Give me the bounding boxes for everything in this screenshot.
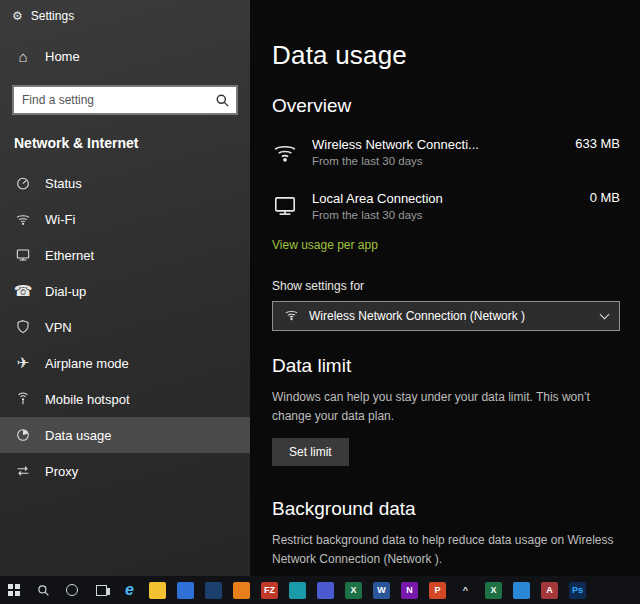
wifi-icon bbox=[284, 307, 299, 326]
overview-heading: Overview bbox=[272, 95, 620, 117]
app-indigo-icon[interactable] bbox=[317, 582, 334, 599]
background-data-description: Restrict background data to help reduce … bbox=[272, 531, 620, 568]
sidebar-section-title: Network & Internet bbox=[0, 119, 250, 161]
page-title: Data usage bbox=[272, 40, 620, 71]
cortana-icon[interactable] bbox=[63, 581, 81, 599]
connection-usage: 0 MB bbox=[590, 187, 620, 205]
sidebar-item-label: Dial-up bbox=[45, 284, 86, 299]
sidebar-nav: Status Wi-Fi Ethernet ☎ Dial-up bbox=[0, 165, 250, 489]
app-title: Settings bbox=[31, 9, 74, 23]
connection-period: From the last 30 days bbox=[312, 155, 479, 167]
set-limit-button[interactable]: Set limit bbox=[272, 438, 349, 466]
taskbar-apps: eFZXWNP^XAPs bbox=[121, 582, 586, 599]
settings-window: ⚙ Settings ⌂ Home Network & Internet bbox=[0, 0, 640, 576]
sidebar-item-dialup[interactable]: ☎ Dial-up bbox=[0, 273, 250, 309]
sidebar-item-label: Wi-Fi bbox=[45, 212, 75, 227]
sidebar-item-label: Status bbox=[45, 176, 82, 191]
dropdown-value: Wireless Network Connection (Network ) bbox=[309, 309, 591, 323]
sidebar-item-label: Data usage bbox=[45, 428, 112, 443]
home-icon: ⌂ bbox=[14, 48, 32, 65]
chevron-down-icon bbox=[600, 309, 610, 319]
sidebar-item-label: Home bbox=[45, 49, 80, 64]
sidebar-item-airplane-mode[interactable]: ✈ Airplane mode bbox=[0, 345, 250, 381]
wifi-icon bbox=[272, 139, 298, 165]
data-limit-heading: Data limit bbox=[272, 355, 620, 377]
store-icon[interactable] bbox=[177, 582, 194, 599]
excel-icon[interactable]: X bbox=[345, 582, 362, 599]
sidebar-item-status[interactable]: Status bbox=[0, 165, 250, 201]
sidebar-item-label: Ethernet bbox=[45, 248, 94, 263]
tray-app-green-icon[interactable]: X bbox=[485, 582, 502, 599]
connection-name: Wireless Network Connecti... bbox=[312, 137, 479, 152]
connection-usage: 633 MB bbox=[575, 133, 620, 151]
dialup-icon: ☎ bbox=[14, 282, 32, 300]
edge-icon[interactable]: e bbox=[121, 582, 138, 599]
ethernet-icon bbox=[272, 193, 298, 219]
sidebar-item-vpn[interactable]: VPN bbox=[0, 309, 250, 345]
start-button[interactable] bbox=[5, 581, 23, 599]
task-view-icon[interactable] bbox=[92, 581, 110, 599]
sidebar-item-label: Mobile hotspot bbox=[45, 392, 130, 407]
onenote-icon[interactable]: N bbox=[401, 582, 418, 599]
view-usage-per-app-link[interactable]: View usage per app bbox=[272, 238, 378, 252]
tray-chevron-icon[interactable]: ^ bbox=[457, 582, 474, 599]
content-pane: Data usage Overview Wireless Network Con… bbox=[250, 0, 640, 576]
taskbar-search-icon[interactable] bbox=[34, 581, 52, 599]
search-input[interactable] bbox=[14, 87, 208, 113]
photos-icon[interactable] bbox=[205, 582, 222, 599]
sidebar-item-data-usage[interactable]: Data usage bbox=[0, 417, 250, 453]
search-box bbox=[12, 85, 238, 115]
sidebar-item-mobile-hotspot[interactable]: Mobile hotspot bbox=[0, 381, 250, 417]
screen: ⚙ Settings ⌂ Home Network & Internet bbox=[0, 0, 640, 604]
connection-row-lan: Local Area Connection From the last 30 d… bbox=[272, 187, 620, 225]
wifi-icon bbox=[14, 211, 32, 227]
connection-row-wireless: Wireless Network Connecti... From the la… bbox=[272, 133, 620, 171]
ethernet-icon bbox=[14, 247, 32, 263]
hotspot-icon bbox=[14, 391, 32, 407]
tray-app-blue-icon[interactable] bbox=[513, 582, 530, 599]
titlebar: ⚙ Settings bbox=[0, 0, 250, 32]
taskbar: eFZXWNP^XAPs bbox=[0, 576, 640, 604]
sidebar-item-home[interactable]: ⌂ Home bbox=[0, 38, 250, 74]
filezilla-icon[interactable]: FZ bbox=[261, 582, 278, 599]
file-explorer-icon[interactable] bbox=[149, 582, 166, 599]
proxy-icon bbox=[14, 463, 32, 479]
app-teal-icon[interactable] bbox=[289, 582, 306, 599]
connection-name: Local Area Connection bbox=[312, 191, 443, 206]
photoshop-icon[interactable]: Ps bbox=[569, 582, 586, 599]
sidebar-item-wifi[interactable]: Wi-Fi bbox=[0, 201, 250, 237]
data-usage-icon bbox=[14, 427, 32, 443]
data-limit-description: Windows can help you stay under your dat… bbox=[272, 388, 620, 425]
sidebar-item-label: VPN bbox=[45, 320, 72, 335]
word-icon[interactable]: W bbox=[373, 582, 390, 599]
background-data-heading: Background data bbox=[272, 498, 620, 520]
sidebar-item-ethernet[interactable]: Ethernet bbox=[0, 237, 250, 273]
connection-period: From the last 30 days bbox=[312, 209, 443, 221]
show-settings-label: Show settings for bbox=[272, 279, 620, 293]
sidebar-item-label: Airplane mode bbox=[45, 356, 129, 371]
settings-gear-icon: ⚙ bbox=[12, 9, 23, 23]
search-icon[interactable] bbox=[208, 87, 236, 113]
windows-logo-icon bbox=[8, 584, 20, 596]
app-orange-icon[interactable] bbox=[233, 582, 250, 599]
sidebar-item-label: Proxy bbox=[45, 464, 78, 479]
sidebar-item-proxy[interactable]: Proxy bbox=[0, 453, 250, 489]
airplane-icon: ✈ bbox=[14, 354, 32, 372]
sidebar: ⚙ Settings ⌂ Home Network & Internet bbox=[0, 0, 250, 576]
vpn-shield-icon bbox=[14, 319, 32, 335]
status-icon bbox=[14, 175, 32, 191]
powerpoint-icon[interactable]: P bbox=[429, 582, 446, 599]
tray-app-red-icon[interactable]: A bbox=[541, 582, 558, 599]
connection-dropdown[interactable]: Wireless Network Connection (Network ) bbox=[272, 301, 620, 331]
